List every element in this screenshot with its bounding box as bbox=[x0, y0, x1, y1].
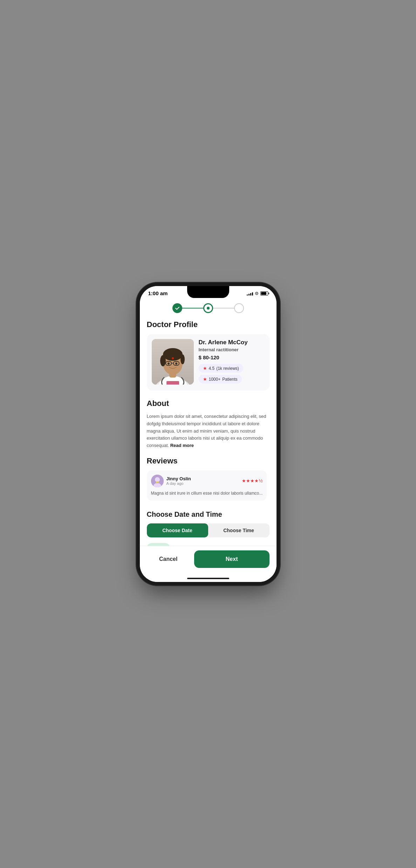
bottom-action-bar: Cancel Next bbox=[140, 546, 277, 575]
svg-point-14 bbox=[172, 357, 174, 359]
doctor-card: Dr. Arlene McCoy Internal ractitioner $ … bbox=[147, 334, 270, 391]
phone-frame: 1:00 am ⊜ bbox=[140, 286, 277, 582]
cancel-button[interactable]: Cancel bbox=[147, 550, 190, 568]
rating-value: 4.5 bbox=[209, 366, 215, 371]
status-bar: 1:00 am ⊜ bbox=[140, 286, 277, 298]
date-time-tabs: Choose Date Choose Time bbox=[147, 523, 270, 537]
review-count: (1k reviews) bbox=[216, 366, 239, 371]
patients-star-icon: ★ bbox=[203, 377, 207, 382]
date-item-17[interactable]: 17 Mon bbox=[147, 543, 170, 546]
status-icons: ⊜ bbox=[247, 291, 268, 296]
home-bar bbox=[187, 578, 229, 579]
svg-point-12 bbox=[168, 362, 170, 365]
doctor-specialty: Internal ractitioner bbox=[199, 347, 265, 352]
doctor-photo bbox=[152, 339, 194, 385]
review-text-1: Magna id sint irure in cillum esse nisi … bbox=[151, 490, 263, 496]
doctor-name: Dr. Arlene McCoy bbox=[199, 339, 265, 346]
svg-point-13 bbox=[175, 362, 177, 365]
review-card-1: Jinny Oslin A day ago ★★★★½ Magna id sin… bbox=[147, 470, 267, 501]
datetime-section: Choose Date and Time Choose Date Choose … bbox=[147, 510, 270, 546]
star-icon: ★ bbox=[203, 366, 207, 371]
date-item-21[interactable]: 21 Fri bbox=[251, 543, 270, 546]
home-indicator bbox=[140, 575, 277, 582]
patients-count: 1000+ bbox=[209, 377, 221, 382]
about-section: About Lorem ipsum dolor sit amet, consec… bbox=[147, 399, 270, 449]
choose-date-tab[interactable]: Choose Date bbox=[147, 523, 208, 537]
step-line-2 bbox=[213, 308, 234, 308]
wifi-icon: ⊜ bbox=[255, 291, 259, 296]
read-more-link[interactable]: Read more bbox=[170, 443, 194, 448]
svg-rect-20 bbox=[156, 481, 159, 483]
reviewer-avatar-1 bbox=[151, 475, 164, 487]
choose-time-tab[interactable]: Choose Time bbox=[208, 523, 270, 537]
svg-point-7 bbox=[180, 354, 185, 364]
svg-point-8 bbox=[160, 355, 166, 366]
scroll-content: Doctor Profile bbox=[140, 298, 277, 546]
signal-icon bbox=[247, 291, 253, 296]
reviews-section: Reviews Jinn bbox=[147, 456, 270, 502]
reviews-title: Reviews bbox=[147, 456, 270, 466]
doctor-price: $ 80-120 bbox=[199, 354, 265, 360]
progress-stepper bbox=[147, 298, 270, 320]
step-1 bbox=[172, 303, 182, 313]
next-button[interactable]: Next bbox=[194, 550, 270, 568]
doctor-profile-section: Doctor Profile bbox=[147, 320, 270, 391]
about-text: Lorem ipsum dolor sit amet, consectetur … bbox=[147, 413, 270, 449]
step-3 bbox=[234, 303, 244, 313]
doctor-info: Dr. Arlene McCoy Internal ractitioner $ … bbox=[199, 339, 265, 386]
step-line-1 bbox=[182, 308, 203, 308]
date-item-18[interactable]: 18 Tue bbox=[173, 543, 196, 546]
reviews-list: Jinny Oslin A day ago ★★★★½ Magna id sin… bbox=[147, 470, 270, 502]
about-title: About bbox=[147, 399, 270, 408]
date-item-19[interactable]: 19 Wed bbox=[199, 543, 222, 546]
patients-badge: ★ 1000+ Patients bbox=[199, 375, 242, 384]
patients-label: Patients bbox=[222, 377, 237, 382]
review-stars-1: ★★★★½ bbox=[242, 478, 262, 483]
rating-badge: ★ 4.5 (1k reviews) bbox=[199, 364, 243, 373]
dates-list: 17 Mon 18 Tue 19 Wed 20 Thu 21 Fri bbox=[147, 543, 270, 546]
reviewer-time-1: A day ago bbox=[166, 481, 239, 486]
date-item-20[interactable]: 20 Thu bbox=[225, 543, 248, 546]
step-2 bbox=[203, 303, 213, 313]
notch bbox=[187, 286, 229, 298]
svg-point-18 bbox=[155, 477, 160, 482]
status-time: 1:00 am bbox=[148, 290, 168, 296]
battery-icon bbox=[260, 291, 268, 296]
svg-rect-16 bbox=[166, 381, 179, 385]
datetime-title: Choose Date and Time bbox=[147, 510, 270, 518]
reviewer-name-1: Jinny Oslin bbox=[166, 476, 239, 481]
doctor-profile-title: Doctor Profile bbox=[147, 320, 270, 329]
